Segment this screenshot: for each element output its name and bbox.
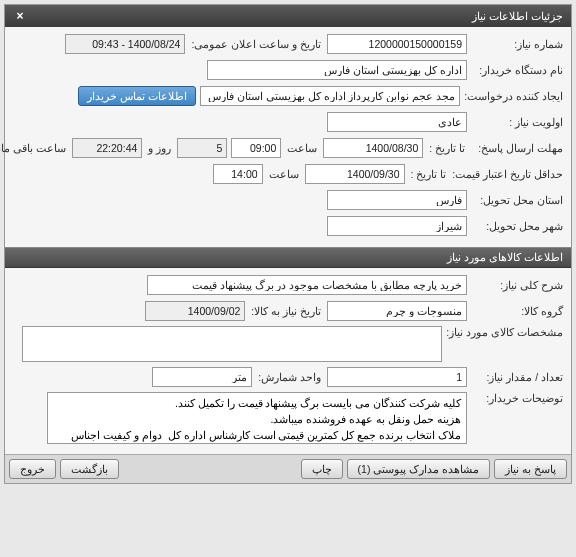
section-goods-header: اطلاعات کالاهای مورد نیاز bbox=[5, 247, 571, 268]
need-number-field[interactable] bbox=[327, 34, 467, 54]
details-window: جزئیات اطلاعات نیاز × شماره نیاز: تاریخ … bbox=[4, 4, 572, 484]
price-date-field[interactable] bbox=[305, 164, 405, 184]
province-field[interactable] bbox=[327, 190, 467, 210]
close-icon[interactable]: × bbox=[13, 9, 27, 23]
price-time-field[interactable] bbox=[213, 164, 263, 184]
footer-toolbar: پاسخ به نیاز مشاهده مدارک پیوستی (1) چاپ… bbox=[5, 454, 571, 483]
section-general: شماره نیاز: تاریخ و ساعت اعلان عمومی: نا… bbox=[5, 27, 571, 247]
response-deadline-label: مهلت ارسال پاسخ: bbox=[471, 142, 563, 154]
exit-button[interactable]: خروج bbox=[9, 459, 56, 479]
desc-label: شرح کلی نیاز: bbox=[471, 279, 563, 291]
to-date-label-2: تا تاریخ : bbox=[409, 168, 449, 180]
time-label-1: ساعت bbox=[285, 142, 319, 154]
unit-label: واحد شمارش: bbox=[256, 371, 323, 383]
title-bar: جزئیات اطلاعات نیاز × bbox=[5, 5, 571, 27]
to-date-label-1: تا تاریخ : bbox=[427, 142, 467, 154]
attachments-button[interactable]: مشاهده مدارک پیوستی (1) bbox=[347, 459, 491, 479]
back-button[interactable]: بازگشت bbox=[60, 459, 119, 479]
qty-label: تعداد / مقدار نیاز: bbox=[471, 371, 563, 383]
qty-field[interactable] bbox=[327, 367, 467, 387]
contact-buyer-button[interactable]: اطلاعات تماس خریدار bbox=[78, 86, 196, 106]
buyer-label: نام دستگاه خریدار: bbox=[471, 64, 563, 76]
province-label: استان محل تحویل: bbox=[471, 194, 563, 206]
announce-field bbox=[65, 34, 185, 54]
need-number-label: شماره نیاز: bbox=[471, 38, 563, 50]
days-remaining-field bbox=[177, 138, 227, 158]
price-validity-label: حداقل تاریخ اعتبار قیمت: bbox=[452, 168, 563, 180]
city-field[interactable] bbox=[327, 216, 467, 236]
window-title: جزئیات اطلاعات نیاز bbox=[472, 10, 563, 23]
need-date-label: تاریخ نیاز به کالا: bbox=[249, 305, 323, 317]
days-and-label: روز و bbox=[146, 142, 173, 154]
desc-field[interactable] bbox=[147, 275, 467, 295]
priority-label: اولویت نیاز : bbox=[471, 116, 563, 128]
buyer-field[interactable] bbox=[207, 60, 467, 80]
time-label-2: ساعت bbox=[267, 168, 301, 180]
spec-field[interactable] bbox=[22, 326, 442, 362]
group-label: گروه کالا: bbox=[471, 305, 563, 317]
city-label: شهر محل تحویل: bbox=[471, 220, 563, 232]
priority-field[interactable] bbox=[327, 112, 467, 132]
group-field[interactable] bbox=[327, 301, 467, 321]
time-remaining-field bbox=[72, 138, 142, 158]
response-date-field[interactable] bbox=[323, 138, 423, 158]
requester-label: ایجاد کننده درخواست: bbox=[464, 90, 563, 102]
requester-field[interactable] bbox=[200, 86, 460, 106]
need-date-field bbox=[145, 301, 245, 321]
buyer-notes-label: توضیحات خریدار: bbox=[471, 392, 563, 404]
announce-label: تاریخ و ساعت اعلان عمومی: bbox=[189, 38, 323, 50]
spec-label: مشخصات کالای مورد نیاز: bbox=[446, 326, 563, 338]
remaining-label: ساعت باقی مانده bbox=[0, 142, 68, 154]
section-goods: شرح کلی نیاز: گروه کالا: تاریخ نیاز به ک… bbox=[5, 268, 571, 454]
respond-button[interactable]: پاسخ به نیاز bbox=[494, 459, 567, 479]
footer-spacer bbox=[123, 459, 297, 479]
print-button[interactable]: چاپ bbox=[301, 459, 343, 479]
buyer-notes-field[interactable] bbox=[47, 392, 467, 444]
unit-field[interactable] bbox=[152, 367, 252, 387]
response-time-field[interactable] bbox=[231, 138, 281, 158]
